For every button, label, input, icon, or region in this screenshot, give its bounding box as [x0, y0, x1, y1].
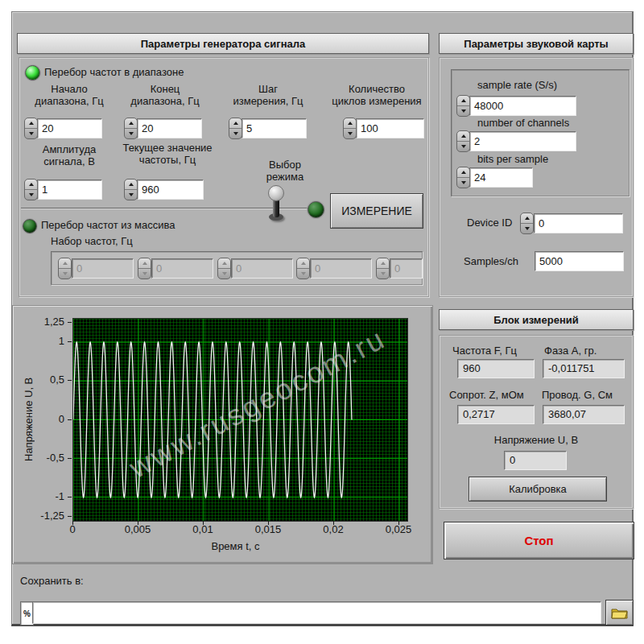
range-start-input[interactable]: 20 — [37, 118, 102, 138]
bits-label: bits per sample — [477, 153, 548, 165]
device-id-spinner[interactable] — [520, 213, 534, 234]
range-mode-label: Перебор частот в диапазоне — [44, 66, 184, 78]
save-path-input[interactable] — [32, 601, 601, 624]
phase-indicator: -0,011751 — [543, 359, 625, 378]
graph-x-axis-title: Время t, с — [72, 540, 398, 552]
samples-per-channel-input[interactable]: 5000 — [535, 251, 624, 271]
range-end-spinner[interactable] — [124, 118, 138, 139]
freq-array-0-spinner[interactable] — [58, 258, 72, 279]
range-start-label: Началодиапазона, Гц — [23, 83, 116, 107]
freq-array-0-input[interactable]: 0 — [72, 258, 134, 279]
voltage-indicator-label: Напряжение U, В — [440, 434, 633, 446]
folder-open-icon — [611, 607, 628, 619]
freq-array-3-input[interactable]: 0 — [310, 258, 372, 279]
voltage-indicator: 0 — [504, 451, 567, 470]
channels-input[interactable]: 2 — [469, 131, 576, 151]
impedance-indicator-label: Сопрот. Z, мОм — [449, 389, 524, 401]
app-window: Параметры генератора сигнала Перебор час… — [11, 11, 634, 626]
range-start-spinner[interactable] — [24, 118, 38, 139]
screenshot-root: Параметры генератора сигнала Перебор час… — [0, 0, 644, 644]
y-tick-label: 0 — [59, 413, 64, 425]
y-tick-label: 1 — [59, 335, 64, 347]
amplitude-input[interactable]: 1 — [37, 180, 102, 200]
phase-indicator-label: Фаза А, гр. — [544, 345, 597, 357]
array-mode-led[interactable] — [23, 219, 37, 233]
freq-array-1-spinner[interactable] — [138, 258, 151, 279]
conductance-indicator-label: Провод. G, См — [542, 389, 613, 401]
generator-panel: Перебор частот в диапазоне Началодиапазо… — [19, 57, 429, 297]
sample-rate-label: sample rate (S/s) — [477, 79, 557, 91]
generator-panel-title: Параметры генератора сигнала — [17, 33, 429, 54]
current-frequency-label: Текущее значениечастоты, Гц — [114, 142, 221, 166]
step-label: Шагизмерения, Гц — [222, 83, 314, 107]
cycles-input[interactable]: 100 — [356, 118, 424, 138]
bits-input[interactable]: 24 — [469, 167, 533, 188]
freq-array-2-input[interactable]: 0 — [231, 258, 293, 279]
amplitude-label: Амплитудасигнала, В — [23, 143, 116, 167]
bits-spinner[interactable] — [456, 167, 470, 188]
generator-panel-title-text: Параметры генератора сигнала — [141, 38, 305, 50]
y-tick-label: 0,5 — [50, 374, 64, 386]
sound-panel-title: Параметры звуковой карты — [439, 33, 634, 54]
amplitude-spinner[interactable] — [24, 179, 38, 200]
sound-settings-box: sample rate (S/s) 48000 number of channe… — [451, 69, 630, 196]
sound-panel: sample rate (S/s) 48000 number of channe… — [439, 57, 634, 297]
freq-array-1-input[interactable]: 0 — [151, 258, 213, 279]
device-id-label: Device ID — [467, 217, 512, 229]
cycles-label: Количествоциклов измерения — [328, 83, 425, 107]
cycles-spinner[interactable] — [343, 118, 357, 139]
measurement-panel: Частота F, Гц Фаза А, гр. 960 -0,011751 … — [439, 335, 634, 509]
measurement-panel-title-text: Блок измерений — [493, 314, 578, 326]
conductance-indicator: 3680,07 — [543, 405, 625, 424]
measure-led — [308, 201, 324, 218]
stop-button[interactable]: Стоп — [444, 522, 634, 559]
graph-x-tick-marks — [72, 521, 407, 526]
range-end-input[interactable]: 20 — [137, 118, 202, 138]
y-tick-label: 1,25 — [44, 316, 64, 328]
channels-spinner[interactable] — [456, 130, 470, 152]
graph-y-tick-labels: 1,2510,50-0,5-1-1,25 — [13, 318, 69, 520]
frequency-indicator-label: Частота F, Гц — [452, 345, 517, 357]
sample-rate-spinner[interactable] — [456, 95, 470, 117]
waveform-graph-panel: Напряжение U, В 1,2510,50-0,5-1-1,25 00,… — [12, 305, 433, 564]
range-end-label: Конецдиапазона, Гц — [118, 83, 213, 107]
freq-array-4-spinner[interactable] — [376, 258, 390, 279]
calibrate-button[interactable]: Калибровка — [469, 477, 607, 502]
waveform-plot — [72, 318, 408, 522]
measure-button[interactable]: ИЗМЕРЕНИЕ — [330, 193, 423, 229]
impedance-indicator: 0,2717 — [457, 405, 535, 424]
array-mode-label: Перебор частот из массива — [41, 219, 175, 231]
browse-button[interactable] — [605, 600, 634, 625]
y-tick-label: -0,5 — [47, 452, 64, 464]
device-id-input[interactable]: 0 — [534, 213, 623, 233]
range-mode-led[interactable] — [25, 65, 40, 80]
current-frequency-input[interactable]: 960 — [137, 180, 204, 200]
y-tick-label: -1,25 — [40, 510, 64, 522]
frequency-array: 0 0 0 0 0 — [51, 251, 423, 285]
frequency-array-label: Набор частот, Гц — [51, 235, 133, 247]
freq-array-2-spinner[interactable] — [217, 258, 231, 279]
frequency-indicator: 960 — [457, 359, 535, 378]
graph-y-tick-marks — [68, 318, 72, 520]
current-frequency-spinner[interactable] — [124, 179, 138, 200]
step-input[interactable]: 5 — [242, 118, 307, 138]
mode-switch[interactable] — [266, 187, 287, 224]
sample-rate-input[interactable]: 48000 — [469, 96, 576, 116]
save-to-label: Сохранить в: — [20, 575, 84, 587]
freq-array-4-input[interactable]: 0 — [390, 258, 423, 279]
measurement-panel-title: Блок измерений — [439, 309, 634, 330]
sound-panel-title-text: Параметры звуковой карты — [464, 38, 608, 50]
mode-switch-label: Выборрежима — [249, 159, 321, 183]
samples-per-channel-label: Samples/ch — [464, 255, 518, 267]
step-spinner[interactable] — [229, 118, 242, 139]
freq-array-3-spinner[interactable] — [296, 258, 310, 279]
y-tick-label: -1 — [55, 490, 64, 502]
channels-label: number of channels — [477, 117, 569, 129]
